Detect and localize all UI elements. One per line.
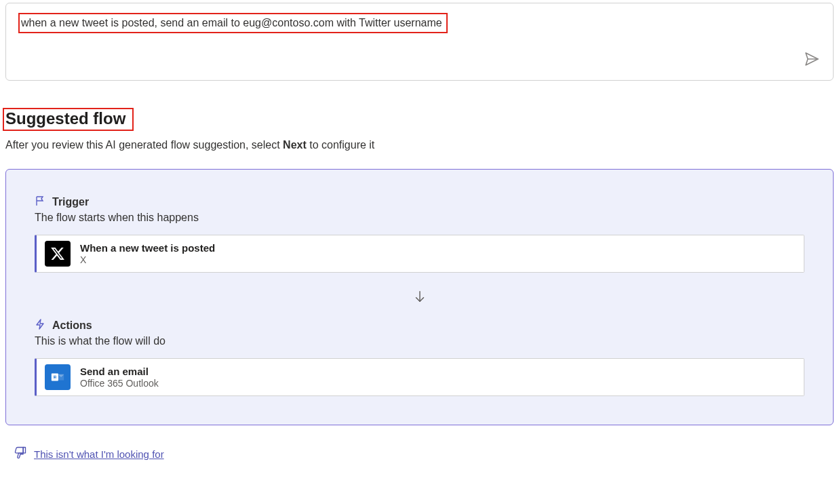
subheading: After you review this AI generated flow … — [5, 139, 834, 151]
flag-icon — [35, 195, 45, 209]
trigger-step-text: When a new tweet is posted X — [80, 242, 215, 265]
feedback-row: This isn't what I'm looking for — [5, 446, 834, 462]
trigger-label: Trigger — [52, 196, 89, 208]
x-twitter-icon — [45, 241, 71, 267]
suggested-flow-heading: Suggested flow — [3, 108, 134, 131]
action-step-card[interactable]: Send an email Office 365 Outlook — [35, 358, 804, 396]
trigger-desc: The flow starts when this happens — [35, 212, 804, 224]
prompt-input-box[interactable]: when a new tweet is posted, send an emai… — [5, 3, 834, 81]
lightning-icon — [35, 319, 45, 332]
feedback-link[interactable]: This isn't what I'm looking for — [34, 448, 164, 460]
actions-label: Actions — [52, 319, 92, 332]
trigger-step-title: When a new tweet is posted — [80, 242, 215, 254]
actions-section-header: Actions — [35, 319, 804, 332]
send-button[interactable] — [803, 50, 821, 68]
subheading-after: to configure it — [307, 139, 375, 151]
trigger-step-connector: X — [80, 254, 215, 265]
prompt-text: when a new tweet is posted, send an emai… — [18, 13, 448, 33]
suggested-flow-card: Trigger The flow starts when this happen… — [5, 169, 834, 425]
flow-arrow — [35, 289, 804, 307]
action-step-title: Send an email — [80, 366, 159, 377]
trigger-step-card[interactable]: When a new tweet is posted X — [35, 235, 804, 273]
action-step-text: Send an email Office 365 Outlook — [80, 366, 159, 389]
arrow-down-icon — [412, 289, 427, 304]
actions-desc: This is what the flow will do — [35, 335, 804, 347]
action-step-connector: Office 365 Outlook — [80, 378, 159, 389]
subheading-bold: Next — [283, 139, 307, 151]
outlook-icon — [45, 364, 71, 390]
subheading-before: After you review this AI generated flow … — [5, 139, 283, 151]
trigger-section-header: Trigger — [35, 195, 804, 209]
send-icon — [804, 51, 820, 67]
thumbs-down-icon[interactable] — [14, 446, 27, 462]
